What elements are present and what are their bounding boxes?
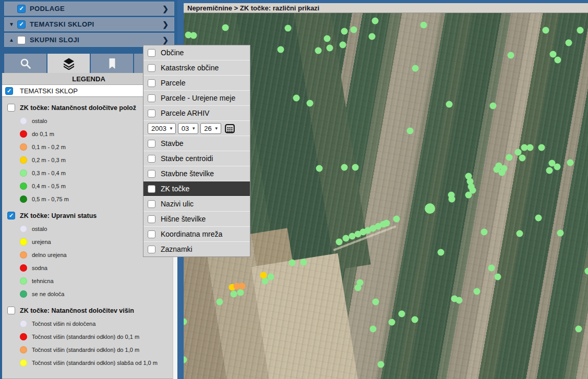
map-point[interactable] [474,288,481,295]
map-point[interactable] [260,272,267,279]
map-point[interactable] [184,357,187,363]
tematski-sklop-checkbox[interactable]: ✓ [5,87,13,95]
map-point[interactable] [289,260,296,266]
accordion-tematski-sklopi[interactable]: ▼ ✓ TEMATSKI SKLOPI ❯ [4,17,174,31]
chevron-right-icon[interactable]: ❯ [162,36,169,44]
map-point[interactable] [490,103,497,109]
layer-checkbox[interactable] [148,94,155,102]
map-point[interactable] [577,27,584,34]
layer-row[interactable]: Parcele ARHIV [143,105,250,120]
map-point[interactable] [293,95,300,102]
tematski-sklopi-checkbox[interactable]: ✓ [17,20,26,29]
map-point[interactable] [217,299,223,305]
layer-row[interactable]: Hišne številke [143,211,250,226]
map-point[interactable] [239,283,246,290]
layer-checkbox[interactable] [148,79,155,87]
chevron-right-icon[interactable]: ❯ [162,5,169,13]
collapse-arrow-icon[interactable]: ▲ [6,37,17,43]
map-point[interactable] [378,361,385,368]
map-point[interactable] [425,203,435,214]
map-point[interactable] [222,25,229,31]
layer-row[interactable]: Parcele [143,75,250,90]
map-point[interactable] [566,40,572,46]
tab-bookmark[interactable] [91,54,134,73]
layer-row[interactable]: Koordinatna mreža [143,226,250,241]
collapse-arrow-icon[interactable]: ▼ [6,21,17,27]
legend-group-checkbox[interactable] [7,307,15,314]
map-point[interactable] [268,274,274,280]
map-point[interactable] [373,299,379,305]
map-point[interactable] [301,259,307,266]
layer-row[interactable]: Nazivi ulic [143,196,250,211]
map-point[interactable] [465,192,472,199]
map-point[interactable] [237,289,244,296]
map-point[interactable] [557,230,564,237]
calendar-button[interactable] [224,123,235,134]
map-point[interactable] [449,196,455,203]
layer-checkbox[interactable] [148,215,155,223]
accordion-podlage[interactable]: ✓ PODLAGE ❯ [4,2,174,16]
map-point[interactable] [383,220,390,227]
legend-group-checkbox[interactable]: ✓ [7,212,15,219]
map-point[interactable] [575,326,582,333]
map-point[interactable] [184,319,187,325]
layer-checkbox[interactable] [148,185,155,193]
layer-checkbox[interactable] [148,230,155,238]
map-point[interactable] [278,46,284,53]
map-point[interactable] [231,291,237,298]
map-point[interactable] [499,169,506,176]
map-point[interactable] [506,154,513,161]
layer-row[interactable]: Stavbne številke [143,166,250,181]
map-point[interactable] [340,42,346,48]
map-point[interactable] [372,18,379,25]
map-point[interactable] [543,27,549,34]
layer-row[interactable]: Parcele - Urejene meje [143,90,250,105]
map-point[interactable] [585,268,588,275]
month-select[interactable]: 03▼ [178,123,198,134]
year-select[interactable]: 2003▼ [148,123,176,134]
map-point[interactable] [336,239,343,246]
layer-checkbox[interactable] [148,140,155,148]
layer-row[interactable]: Občine [143,45,250,60]
map-point[interactable] [421,22,427,29]
map-point[interactable] [341,164,348,171]
map-point[interactable] [190,32,197,39]
map-point[interactable] [393,216,400,223]
map-point[interactable] [446,101,453,108]
map-point[interactable] [481,229,488,236]
layer-row[interactable]: ZK točke [143,181,250,196]
tab-search[interactable] [4,54,47,73]
skupni-sloji-checkbox[interactable] [17,36,26,44]
map-point[interactable] [355,285,362,291]
legend-group-checkbox[interactable] [7,104,15,112]
map-point[interactable] [412,65,419,72]
day-select[interactable]: 26▼ [200,123,221,134]
map-point[interactable] [488,265,495,272]
layer-row[interactable]: Zaznamki [143,241,250,256]
map-point[interactable] [519,155,526,162]
map-point[interactable] [555,57,561,64]
map-point[interactable] [546,167,553,174]
podlage-checkbox[interactable]: ✓ [17,5,26,13]
map-point[interactable] [316,165,323,172]
map-point[interactable] [341,28,348,35]
map-point[interactable] [527,144,534,151]
map-point[interactable] [324,35,331,42]
map-point[interactable] [407,128,414,135]
map-point[interactable] [327,45,333,52]
map-point[interactable] [554,164,561,170]
map-point[interactable] [352,164,359,171]
layer-checkbox[interactable] [148,155,155,163]
map-point[interactable] [389,319,395,326]
tab-layers[interactable] [47,54,91,73]
layer-checkbox[interactable] [148,246,155,253]
layer-row[interactable]: Stavbe [143,136,250,151]
map-point[interactable] [438,249,445,256]
map-point[interactable] [456,297,463,304]
map-point[interactable] [285,25,292,32]
map-point[interactable] [538,144,545,151]
layer-checkbox[interactable] [148,200,155,208]
map-point[interactable] [399,311,405,317]
layer-checkbox[interactable] [148,170,155,178]
map-point[interactable] [508,52,514,59]
